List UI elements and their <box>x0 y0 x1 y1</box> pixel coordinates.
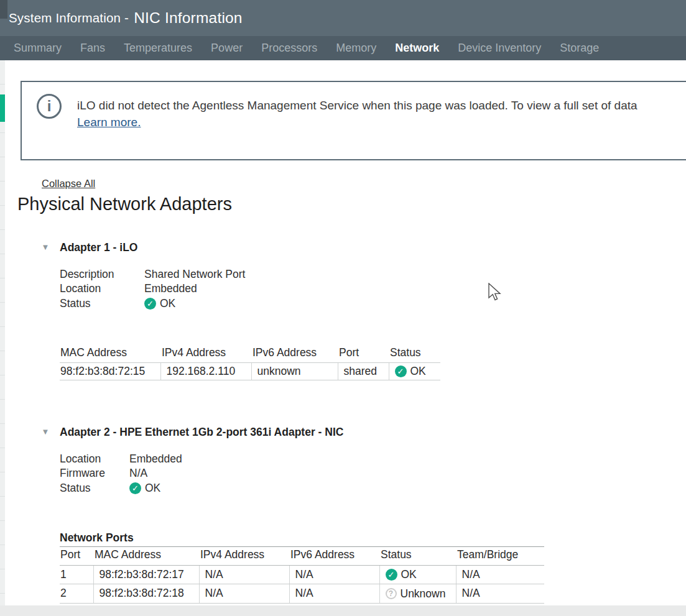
detail-value: Embedded <box>144 282 197 296</box>
cell-ipv4: 192.168.2.110 <box>160 363 251 380</box>
status-text: OK <box>401 568 417 581</box>
tab-power[interactable]: Power <box>211 42 243 55</box>
detail-status-value: ✓ OK <box>129 481 160 495</box>
detail-row: Description Shared Network Port <box>60 267 245 282</box>
adapter1-collapse-triangle-icon[interactable]: ▼ <box>40 242 50 252</box>
adapter2-collapse-triangle-icon[interactable]: ▼ <box>40 427 50 436</box>
info-icon: i <box>37 94 62 119</box>
detail-label: Location <box>60 452 129 466</box>
cell-port: 2 <box>60 584 93 604</box>
status-text: OK <box>410 365 426 378</box>
table-row: 1 98:f2:b3:8d:72:17 N/A N/A ✓ OK N/A <box>60 566 544 584</box>
cell-ipv4: N/A <box>199 566 289 584</box>
cell-mac: 98:f2:b3:8d:72:18 <box>93 584 199 604</box>
tab-storage[interactable]: Storage <box>560 42 599 55</box>
col-header-team-bridge: Team/Bridge <box>456 548 544 566</box>
status-text: OK <box>160 297 175 311</box>
col-header-ipv4: IPv4 Address <box>160 346 251 363</box>
detail-row: Location Embedded <box>60 282 245 296</box>
ams-info-banner: i iLO did not detect the Agentless Manag… <box>21 81 686 160</box>
tab-fans[interactable]: Fans <box>80 42 105 55</box>
cell-mac: 98:f2:b3:8d:72:17 <box>93 566 199 584</box>
page-title-prefix: System Information - <box>9 11 129 25</box>
tab-device-inventory[interactable]: Device Inventory <box>458 42 541 55</box>
table-row: 98:f2:b3:8d:72:15 192.168.2.110 unknown … <box>60 363 440 380</box>
adapter1-title: Adapter 1 - iLO <box>60 241 137 254</box>
status-unknown-icon: ? <box>386 588 397 599</box>
network-ports-table: Port MAC Address IPv4 Address IPv6 Addre… <box>60 548 544 604</box>
col-header-ipv6: IPv6 Address <box>289 548 379 566</box>
page-title-main: NIC Information <box>134 9 243 27</box>
cell-status: ✓ OK <box>389 363 440 380</box>
cell-status: ? Unknown <box>379 584 456 604</box>
detail-label: Status <box>60 481 129 495</box>
tab-bar: Summary Fans Temperatures Power Processo… <box>0 36 686 60</box>
detail-row: Status ✓ OK <box>60 297 245 311</box>
col-header-mac: MAC Address <box>93 548 199 566</box>
tab-network[interactable]: Network <box>395 42 439 55</box>
col-header-port: Port <box>338 346 389 363</box>
col-header-ipv4: IPv4 Address <box>199 548 289 566</box>
col-header-status: Status <box>389 346 440 363</box>
network-ports-title: Network Ports <box>60 531 544 547</box>
detail-label: Status <box>60 297 144 311</box>
ilo-nic-information-page: { "header": { "title_prefix": "System In… <box>0 0 686 616</box>
detail-row: Status ✓ OK <box>60 481 182 495</box>
corner-notch <box>0 0 7 19</box>
detail-label: Description <box>60 267 144 282</box>
mouse-cursor-icon <box>488 283 503 303</box>
adapter2-title: Adapter 2 - HPE Ethernet 1Gb 2-port 361i… <box>60 426 343 439</box>
detail-label: Location <box>60 282 144 296</box>
cell-port: shared <box>338 363 389 380</box>
detail-row: Firmware N/A <box>60 466 182 480</box>
cell-port: 1 <box>60 566 93 584</box>
table-header-row: Port MAC Address IPv4 Address IPv6 Addre… <box>60 548 544 566</box>
collapsed-nav-active-indicator <box>0 94 5 122</box>
cell-ipv6: N/A <box>289 584 379 604</box>
col-header-status: Status <box>379 548 456 566</box>
adapter1-details: Description Shared Network Port Location… <box>60 267 245 311</box>
cell-ipv6: N/A <box>289 566 379 584</box>
tab-temperatures[interactable]: Temperatures <box>124 42 192 55</box>
cell-team-bridge: N/A <box>456 566 544 584</box>
learn-more-link[interactable]: Learn more. <box>77 114 141 131</box>
status-ok-icon: ✓ <box>129 482 141 494</box>
section-title: Physical Network Adapters <box>17 194 232 214</box>
detail-status-value: ✓ OK <box>144 297 175 311</box>
detail-value: N/A <box>129 466 147 480</box>
collapsed-nav-strip[interactable] <box>0 60 5 605</box>
detail-value: Embedded <box>129 452 182 466</box>
detail-label: Firmware <box>60 466 129 480</box>
title-bar: System Information - NIC Information <box>0 0 686 36</box>
status-text: Unknown <box>401 587 446 600</box>
cell-status: ✓ OK <box>379 566 456 584</box>
cell-team-bridge: N/A <box>456 584 544 604</box>
collapse-all-link[interactable]: Collapse All <box>42 178 95 190</box>
status-ok-icon: ✓ <box>144 298 156 310</box>
cell-mac: 98:f2:b3:8d:72:15 <box>60 363 160 380</box>
tab-processors[interactable]: Processors <box>261 42 317 55</box>
col-header-mac: MAC Address <box>60 346 160 363</box>
detail-value: Shared Network Port <box>144 267 245 282</box>
adapter1-port-table: MAC Address IPv4 Address IPv6 Address Po… <box>60 346 440 380</box>
bottom-background-strip <box>0 605 686 616</box>
adapter2-details: Location Embedded Firmware N/A Status ✓ … <box>60 452 182 495</box>
status-ok-icon: ✓ <box>395 365 407 377</box>
ams-banner-message: iLO did not detect the Agentless Managem… <box>77 97 637 114</box>
detail-row: Location Embedded <box>60 452 182 466</box>
col-header-port: Port <box>60 548 93 566</box>
status-ok-icon: ✓ <box>386 569 397 581</box>
tab-summary[interactable]: Summary <box>14 42 62 55</box>
table-row: 2 98:f2:b3:8d:72:18 N/A N/A ? Unknown N/… <box>60 584 544 604</box>
col-header-ipv6: IPv6 Address <box>251 346 338 363</box>
cell-ipv4: N/A <box>199 584 289 604</box>
tab-memory[interactable]: Memory <box>336 42 376 55</box>
table-header-row: MAC Address IPv4 Address IPv6 Address Po… <box>60 346 440 363</box>
status-text: OK <box>145 481 160 495</box>
cell-ipv6: unknown <box>251 363 338 380</box>
